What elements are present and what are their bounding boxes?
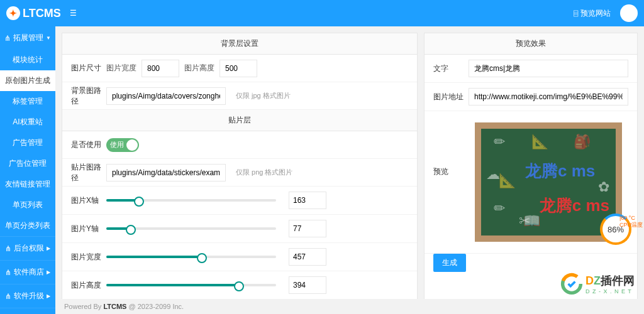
s1-w-input[interactable]	[289, 248, 326, 266]
row-sticker-path: 贴片图路径 仅限 png 格式图片	[62, 159, 417, 187]
row-bg-path: 背景图路径 仅限 jpg 格式图片	[62, 82, 417, 110]
sidebar-item-0[interactable]: 模块统计	[0, 50, 55, 70]
sticker-section-title: 贴片层	[62, 110, 417, 131]
row-img-size: 图片尺寸 图片宽度 图片高度	[62, 55, 417, 82]
row-s1-w: 图片宽度	[62, 243, 417, 271]
monitor-icon: ⌸	[574, 9, 578, 18]
s1-w-slider[interactable]	[106, 256, 276, 258]
s1-x-input[interactable]	[289, 192, 326, 209]
sidebar: ⋔ 拓展管理 ▼模块统计原创图片生成标签管理AI权重站广告管理广告位管理友情链接…	[0, 26, 55, 314]
sidebar-group-2[interactable]: ⋔ 软件商店 ▶	[0, 261, 55, 284]
bg-section-title: 背景层设置	[62, 33, 417, 55]
logo[interactable]: ✦ LTCMS	[6, 6, 61, 20]
hamburger-icon[interactable]: ☰	[67, 6, 79, 20]
sticker-path-input[interactable]	[106, 164, 226, 181]
logo-icon: ✦	[6, 6, 20, 20]
preview-url-input[interactable]	[469, 88, 628, 106]
s1-h-input[interactable]	[289, 276, 326, 294]
sticker-enable-toggle[interactable]: 使用	[106, 138, 139, 152]
logo-text: LTCMS	[23, 7, 61, 20]
s1-h-slider[interactable]	[106, 284, 276, 286]
avatar[interactable]	[620, 4, 638, 22]
watermark: DZ插件网 D Z - X . N E T	[560, 273, 635, 295]
row-s1-x: 图片X轴	[62, 187, 417, 215]
sidebar-item-4[interactable]: 广告管理	[0, 133, 55, 153]
s1-x-slider[interactable]	[106, 199, 276, 202]
preview-title: 预览效果	[425, 33, 637, 55]
generate-button[interactable]: 生成	[433, 254, 466, 272]
img-width-input[interactable]	[142, 60, 179, 77]
settings-panel: 背景层设置 图片尺寸 图片宽度 图片高度 背景图路径 仅限 jpg 格式图片	[62, 33, 418, 308]
preview-site-label: 预览网站	[580, 8, 611, 19]
sidebar-item-2[interactable]: 标签管理	[0, 91, 55, 112]
row-s1-y: 图片Y轴	[62, 215, 417, 243]
s1-y-input[interactable]	[289, 220, 326, 237]
sidebar-group-4[interactable]: ⋔ 新闻管理 ▶	[0, 308, 55, 314]
sidebar-item-1[interactable]: 原创图片生成	[0, 70, 55, 91]
sidebar-item-3[interactable]: AI权重站	[0, 112, 55, 133]
top-header: ✦ LTCMS ☰ ⌸ 预览网站	[0, 0, 644, 26]
sidebar-group-1[interactable]: ⋔ 后台权限 ▶	[0, 237, 55, 260]
preview-site-link[interactable]: ⌸ 预览网站	[574, 8, 611, 19]
row-s1-h: 图片高度	[62, 271, 417, 300]
preview-image: ✏ 📐 🎒 ☁ 📐 ✏ ✂ ✿ 📖 龙腾c ms 龙腾c ms	[475, 122, 622, 242]
img-height-input[interactable]	[219, 60, 257, 77]
row-sticker-enable: 是否使用 使用	[62, 131, 417, 159]
footer: Powered By LTCMS @ 2023-2099 Inc.	[55, 299, 644, 314]
sidebar-item-5[interactable]: 广告位管理	[0, 153, 55, 174]
sidebar-group-0[interactable]: ⋔ 拓展管理 ▼	[0, 26, 55, 50]
sidebar-item-6[interactable]: 友情链接管理	[0, 174, 55, 195]
sidebar-item-8[interactable]: 单页分类列表	[0, 215, 55, 236]
preview-panel: 预览效果 文字 图片地址 预览 ✏	[424, 33, 638, 308]
sidebar-group-3[interactable]: ⋔ 软件升级 ▶	[0, 284, 55, 308]
preview-text-input[interactable]	[469, 60, 628, 77]
s1-y-slider[interactable]	[106, 227, 276, 230]
sidebar-item-7[interactable]: 单页列表	[0, 195, 55, 215]
bg-path-input[interactable]	[106, 87, 226, 105]
